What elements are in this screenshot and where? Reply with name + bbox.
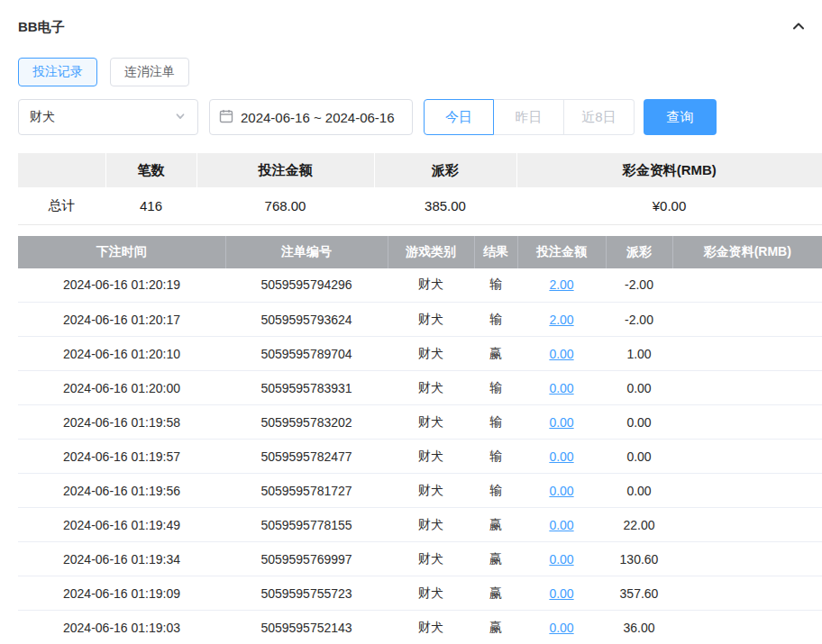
bonus-cell <box>672 508 822 542</box>
bet-amount-link[interactable]: 2.00 <box>549 313 573 327</box>
bet-amount-cell: 0.00 <box>517 440 606 474</box>
bet-amount-link[interactable]: 0.00 <box>549 552 573 567</box>
payout-cell: 0.00 <box>606 440 672 474</box>
game-category-cell: 财犬 <box>388 268 474 303</box>
bonus-cell <box>672 611 822 644</box>
chevron-down-icon <box>174 110 187 125</box>
result-cell: 输 <box>474 405 517 440</box>
summary-total-count: 416 <box>105 187 196 224</box>
summary-total-bet-amount: 768.00 <box>196 187 374 224</box>
game-select[interactable]: 财犬 <box>18 99 198 135</box>
order-id-cell: 5059595782477 <box>225 440 388 474</box>
payout-cell: 357.60 <box>606 576 672 611</box>
bet-time-cell: 2024-06-16 01:20:17 <box>18 303 225 337</box>
quick-today-button[interactable]: 今日 <box>424 99 494 135</box>
bet-amount-cell: 0.00 <box>517 371 606 405</box>
bet-time-cell: 2024-06-16 01:19:34 <box>18 542 225 576</box>
table-row: 2024-06-16 01:20:00 5059595783931 财犬 输 0… <box>18 371 822 405</box>
game-category-cell: 财犬 <box>388 440 474 474</box>
chevron-up-icon <box>791 19 806 36</box>
order-id-cell: 5059595752143 <box>225 611 388 644</box>
bet-amount-link[interactable]: 0.00 <box>549 347 573 361</box>
bet-time-cell: 2024-06-16 01:19:09 <box>18 576 225 611</box>
bet-time-cell: 2024-06-16 01:19:58 <box>18 405 225 440</box>
payout-cell: -2.00 <box>606 303 672 337</box>
summary-header-payout: 派彩 <box>374 153 516 187</box>
result-cell: 赢 <box>474 576 517 611</box>
table-row: 2024-06-16 01:20:17 5059595793624 财犬 输 2… <box>18 303 822 337</box>
header-order-id: 注单编号 <box>225 236 388 268</box>
bet-time-cell: 2024-06-16 01:19:57 <box>18 440 225 474</box>
summary-total-label: 总计 <box>18 187 105 224</box>
bet-amount-link[interactable]: 0.00 <box>549 381 573 395</box>
bet-table-body: 2024-06-16 01:20:19 5059595794296 财犬 输 2… <box>18 268 822 644</box>
bonus-cell <box>672 405 822 440</box>
summary-header-row: 笔数 投注金额 派彩 彩金资料(RMB) <box>18 153 822 187</box>
game-category-cell: 财犬 <box>388 371 474 405</box>
table-row: 2024-06-16 01:19:57 5059595782477 财犬 输 0… <box>18 440 822 474</box>
summary-header-blank <box>18 153 105 187</box>
order-id-cell: 5059595781727 <box>225 474 388 508</box>
search-button[interactable]: 查询 <box>644 99 717 135</box>
quick-date-button-group: 今日 昨日 近8日 <box>424 99 635 135</box>
quick-yesterday-button[interactable]: 昨日 <box>494 99 564 135</box>
bet-time-cell: 2024-06-16 01:19:49 <box>18 508 225 542</box>
table-row: 2024-06-16 01:19:56 5059595781727 财犬 输 0… <box>18 474 822 508</box>
game-category-cell: 财犬 <box>388 508 474 542</box>
bet-time-cell: 2024-06-16 01:20:10 <box>18 337 225 371</box>
bet-time-cell: 2024-06-16 01:20:19 <box>18 268 225 303</box>
header-bet-time: 下注时间 <box>18 236 225 268</box>
bet-amount-cell: 0.00 <box>517 474 606 508</box>
bet-time-cell: 2024-06-16 01:19:03 <box>18 611 225 644</box>
date-range-input[interactable]: 2024-06-16 ~ 2024-06-16 <box>209 99 413 135</box>
summary-total-payout: 385.00 <box>374 187 516 224</box>
bonus-cell <box>672 542 822 576</box>
game-category-cell: 财犬 <box>388 303 474 337</box>
game-category-cell: 财犬 <box>388 405 474 440</box>
result-cell: 输 <box>474 371 517 405</box>
order-id-cell: 5059595769997 <box>225 542 388 576</box>
bet-amount-link[interactable]: 0.00 <box>549 415 573 430</box>
order-id-cell: 5059595755723 <box>225 576 388 611</box>
bonus-cell <box>672 371 822 405</box>
table-row: 2024-06-16 01:20:10 5059595789704 财犬 赢 0… <box>18 337 822 371</box>
game-category-cell: 财犬 <box>388 576 474 611</box>
order-id-cell: 5059595793624 <box>225 303 388 337</box>
bet-amount-link[interactable]: 0.00 <box>549 518 573 532</box>
bet-table-header-row: 下注时间 注单编号 游戏类别 结果 投注金额 派彩 彩金资料(RMB) <box>18 236 822 268</box>
payout-cell: -2.00 <box>606 268 672 303</box>
bet-time-cell: 2024-06-16 01:19:56 <box>18 474 225 508</box>
game-category-cell: 财犬 <box>388 474 474 508</box>
summary-header-bet-amount: 投注金额 <box>196 153 374 187</box>
result-cell: 赢 <box>474 611 517 644</box>
quick-last8days-button[interactable]: 近8日 <box>564 99 635 135</box>
bet-amount-link[interactable]: 2.00 <box>549 277 573 292</box>
tab-bet-records[interactable]: 投注记录 <box>18 58 97 86</box>
payout-cell: 0.00 <box>606 405 672 440</box>
result-cell: 赢 <box>474 508 517 542</box>
bet-amount-link[interactable]: 0.00 <box>549 449 573 464</box>
bet-amount-cell: 0.00 <box>517 576 606 611</box>
bet-amount-cell: 0.00 <box>517 542 606 576</box>
bet-amount-cell: 2.00 <box>517 303 606 337</box>
game-select-value: 财犬 <box>30 109 55 125</box>
bet-amount-link[interactable]: 0.00 <box>549 484 573 498</box>
result-cell: 输 <box>474 303 517 337</box>
bet-record-panel: BB电子 投注记录 连消注单 财犬 <box>0 0 822 644</box>
tab-cancelled-orders[interactable]: 连消注单 <box>110 58 189 86</box>
result-cell: 赢 <box>474 542 517 576</box>
collapse-button[interactable] <box>790 18 808 36</box>
header-payout: 派彩 <box>606 236 672 268</box>
bet-amount-cell: 0.00 <box>517 508 606 542</box>
header-game-category: 游戏类别 <box>388 236 474 268</box>
summary-table: 笔数 投注金额 派彩 彩金资料(RMB) 总计 416 768.00 385.0… <box>18 153 822 225</box>
bet-amount-link[interactable]: 0.00 <box>549 586 573 601</box>
bet-amount-link[interactable]: 0.00 <box>549 621 573 635</box>
table-row: 2024-06-16 01:19:03 5059595752143 财犬 赢 0… <box>18 611 822 644</box>
payout-cell: 22.00 <box>606 508 672 542</box>
bet-amount-cell: 0.00 <box>517 611 606 644</box>
summary-total-row: 总计 416 768.00 385.00 ¥0.00 <box>18 187 822 224</box>
order-id-cell: 5059595789704 <box>225 337 388 371</box>
header-bet-amount: 投注金额 <box>517 236 606 268</box>
bet-amount-cell: 2.00 <box>517 268 606 303</box>
